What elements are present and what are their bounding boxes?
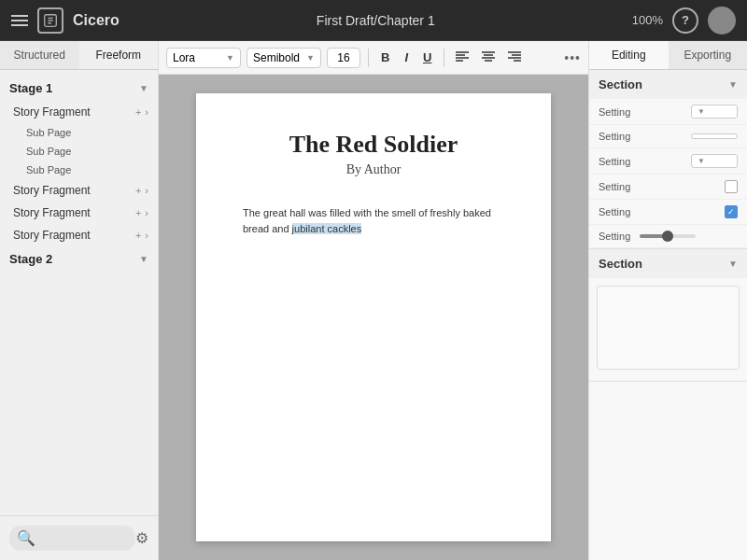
stage-2-label: Stage 2 [9,252,52,266]
list-item[interactable]: Sub Page [0,161,158,179]
plus-icon[interactable]: + [135,207,141,218]
setting-row-3: Setting ▼ [589,148,747,175]
italic-button[interactable]: I [400,49,413,66]
zoom-level: 100% [632,13,663,27]
font-size-value: 16 [337,51,349,64]
formatting-toolbar: Lora ▼ Semibold ▼ 16 B I U [159,41,588,75]
font-weight-select[interactable]: Semibold ▼ [247,48,321,68]
menu-icon[interactable] [11,15,28,26]
setting-label-4: Setting [599,181,630,192]
weight-dropdown-arrow: ▼ [306,53,315,63]
section-2: Section ▼ [589,249,747,382]
dots-icon[interactable]: › [145,185,148,196]
stage-2-header[interactable]: Stage 2 ▼ [0,246,158,272]
section-1-header: Section ▼ [589,70,747,99]
fragment-actions: + › [135,207,148,218]
app-logo [37,7,63,34]
dots-icon[interactable]: › [145,106,148,118]
sidebar: Structured Freeform Stage 1 ▼ Story Frag… [0,41,159,560]
setting-dropdown-3[interactable]: ▼ [691,154,738,168]
story-fragment-label: Story Fragment [13,105,91,119]
list-item[interactable]: Story Fragment + › [0,179,158,202]
section-2-label: Section [599,257,642,271]
dropdown-arrow-3: ▼ [698,157,705,165]
setting-row-4: Setting [589,175,747,200]
stage-1-header[interactable]: Stage 1 ▼ [0,76,158,101]
font-family-value: Lora [173,51,195,64]
dots-icon[interactable]: › [145,207,148,218]
right-panel: Editing Exporting Section ▼ Setting ▼ [588,41,747,560]
plus-icon[interactable]: + [135,185,141,196]
avatar[interactable] [708,7,736,35]
align-center-button[interactable] [478,49,499,66]
document-title: First Draft/Chapter 1 [317,13,435,28]
sidebar-content: Stage 1 ▼ Story Fragment + › Sub Page Su… [0,70,158,515]
dropdown-arrow-1: ▼ [698,107,705,116]
align-left-button[interactable] [452,49,472,66]
sidebar-footer: 🔍 ⚙ [0,515,158,560]
list-item[interactable]: Sub Page [0,142,158,161]
center-area: Lora ▼ Semibold ▼ 16 B I U [159,41,588,560]
list-item[interactable]: Story Fragment + › [0,101,158,123]
help-button[interactable]: ? [672,7,698,34]
setting-dropdown-1[interactable]: ▼ [691,105,738,119]
bold-button[interactable]: B [376,49,394,66]
plus-icon[interactable]: + [135,230,141,241]
font-size-select[interactable]: 16 [327,48,360,68]
sidebar-tabs: Structured Freeform [0,41,158,70]
setting-checkbox-5[interactable]: ✓ [725,205,738,218]
search-input[interactable] [40,533,115,544]
stage-2-chevron: ▼ [139,254,148,264]
setting-label-6: Setting [599,231,630,242]
setting-checkbox-4[interactable] [725,180,738,193]
toolbar-divider-1 [368,49,369,67]
topbar-left: Cicero [11,7,120,34]
search-icon: 🔍 [17,529,35,547]
tab-structured[interactable]: Structured [0,41,79,69]
body-text-normal: The great hall was filled with the smell… [243,207,491,234]
body-text-highlighted: jubilant cackles [292,223,362,234]
more-options-button[interactable]: ••• [564,50,581,65]
font-family-select[interactable]: Lora ▼ [166,48,241,68]
section-1-label: Section [599,77,642,91]
tab-editing[interactable]: Editing [589,41,669,69]
list-item[interactable]: Sub Page [0,123,158,142]
story-fragment-label: Story Fragment [13,206,91,219]
setting-label-2: Setting [599,131,630,142]
plus-icon[interactable]: + [135,106,141,118]
toolbar-divider-2 [444,49,444,67]
section-2-chevron[interactable]: ▼ [728,259,738,269]
setting-label-3: Setting [599,156,630,167]
setting-dropdown-2[interactable] [691,133,738,139]
setting-slider-6[interactable] [640,234,738,238]
document-chapter-title: The Red Soldier [243,131,504,159]
topbar: Cicero First Draft/Chapter 1 100% ? [0,0,747,41]
setting-row-5: Setting ✓ [589,200,747,225]
list-item[interactable]: Story Fragment + › [0,202,158,224]
underline-button[interactable]: U [418,49,436,66]
setting-row-1: Setting ▼ [589,99,747,125]
document-body[interactable]: The great hall was filled with the smell… [243,205,504,236]
section-1: Section ▼ Setting ▼ Setting [589,70,747,249]
page-canvas[interactable]: The Red Soldier By Author The great hall… [196,93,551,541]
section-2-content [589,278,747,381]
app-name: Cicero [73,12,120,29]
font-weight-value: Semibold [253,51,300,64]
tab-exporting[interactable]: Exporting [669,41,748,69]
settings-button[interactable]: ⚙ [135,529,148,547]
list-item[interactable]: Story Fragment + › [0,224,158,246]
section-2-header: Section ▼ [589,249,747,278]
search-wrap: 🔍 [9,525,135,551]
stage-1-label: Stage 1 [9,81,52,95]
tab-freeform[interactable]: Freeform [79,41,159,69]
dots-icon[interactable]: › [145,230,148,241]
section-1-chevron[interactable]: ▼ [728,79,738,90]
editor-page: The Red Soldier By Author The great hall… [159,75,588,560]
setting-row-6: Setting [589,225,747,248]
right-panel-content: Section ▼ Setting ▼ Setting [589,70,747,560]
document-author: By Author [243,162,504,177]
section-2-textarea[interactable] [597,286,740,370]
align-right-button[interactable] [504,49,525,66]
stage-1-chevron: ▼ [139,83,148,93]
fragment-actions: + › [135,106,148,118]
